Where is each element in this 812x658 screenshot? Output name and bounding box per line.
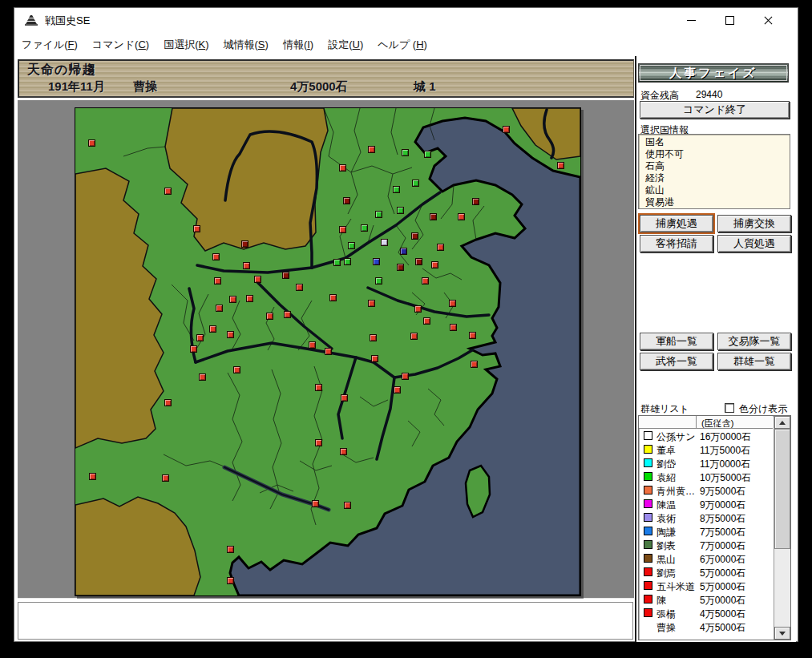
city-marker[interactable] [397,207,404,214]
city-marker[interactable] [340,448,347,455]
warlord-row[interactable]: 劉岱11万0000石 [639,457,773,470]
city-marker[interactable] [89,473,96,480]
city-marker[interactable] [343,197,350,204]
city-marker[interactable] [315,384,322,391]
city-marker[interactable] [469,332,476,339]
city-marker[interactable] [229,296,236,303]
city-marker[interactable] [375,211,382,218]
warlord-row[interactable]: 陳温9万0000石 [639,498,773,511]
city-marker[interactable] [371,355,378,362]
warlord-scrollbar[interactable] [774,416,790,640]
end-command-button[interactable]: コマンド終了 [640,101,790,119]
city-marker[interactable] [209,325,216,333]
city-marker[interactable] [266,313,273,320]
warlord-row[interactable]: 青州黄…9万5000石 [639,484,773,498]
city-marker[interactable] [282,272,289,279]
warlord-row[interactable]: 五斗米道5万0000石 [639,579,773,593]
city-marker[interactable] [412,180,419,187]
city-marker[interactable] [199,373,206,381]
city-marker[interactable] [227,577,234,584]
city-marker[interactable] [375,277,382,285]
city-marker[interactable] [246,295,253,302]
city-marker[interactable] [381,239,388,246]
city-marker[interactable] [344,258,351,265]
scroll-down-button[interactable] [774,627,790,640]
city-marker[interactable] [449,300,456,307]
city-marker[interactable] [402,149,409,156]
city-marker[interactable] [309,341,316,349]
warlord-row[interactable]: 袁紹10万5000石 [639,470,773,484]
city-marker[interactable] [164,399,172,406]
warlord-row[interactable]: 董卓11万5000石 [639,443,773,457]
city-marker[interactable] [424,151,431,158]
city-marker[interactable] [241,240,248,248]
city-marker[interactable] [557,162,564,169]
city-marker[interactable] [458,213,465,220]
action-button[interactable]: 群雄一覧 [717,353,791,370]
scrollbar-thumb[interactable] [774,429,790,549]
city-marker[interactable] [394,386,401,394]
city-marker[interactable] [227,331,234,338]
city-marker[interactable] [233,366,240,373]
warlord-row[interactable]: 黒山6万0000石 [639,552,773,566]
city-marker[interactable] [212,253,220,260]
city-marker[interactable] [400,248,407,255]
warlord-row[interactable]: 張楊4万5000石 [639,607,773,620]
city-marker[interactable] [422,277,429,285]
action-button[interactable]: 捕虜交換 [717,215,791,232]
city-marker[interactable] [397,264,404,271]
menu-item-u[interactable]: 設定(U) [321,32,370,50]
city-marker[interactable] [437,244,444,251]
action-button[interactable]: 客将招請 [640,235,713,252]
city-marker[interactable] [344,502,351,509]
warlord-row[interactable]: 劉焉5万0000石 [639,566,773,579]
menu-item-f[interactable]: ファイル(F) [14,32,85,50]
menu-item-c[interactable]: コマンド(C) [85,32,156,50]
city-marker[interactable] [164,188,172,195]
warlord-row[interactable]: 公孫サン16万0000石 [639,430,773,443]
city-marker[interactable] [88,139,95,147]
warlord-row[interactable]: 袁術8万5000石 [639,511,773,525]
city-marker[interactable] [348,242,355,249]
menu-item-s[interactable]: 城情報(S) [216,32,276,50]
warlord-row[interactable]: 陳5万0000石 [639,593,773,607]
city-marker[interactable] [471,361,478,368]
minimize-button[interactable] [673,8,709,32]
action-button[interactable]: 人質処遇 [717,235,791,252]
city-marker[interactable] [193,225,200,232]
action-button[interactable]: 交易隊一覧 [717,333,791,350]
action-button[interactable]: 軍船一覧 [640,333,713,350]
menu-item-h[interactable]: ヘルプ (H) [370,32,434,50]
city-marker[interactable] [415,258,422,265]
city-marker[interactable] [162,474,169,482]
city-marker[interactable] [296,284,303,291]
scroll-up-button[interactable] [774,416,790,429]
city-marker[interactable] [368,300,375,307]
city-marker[interactable] [214,277,221,285]
close-button[interactable] [750,8,786,32]
city-marker[interactable] [216,305,223,312]
city-marker[interactable] [431,261,438,268]
city-marker[interactable] [315,439,322,446]
warlord-row[interactable]: 曹操4万5000石 [639,620,773,634]
city-marker[interactable] [333,259,341,266]
warlord-row[interactable]: 劉表7万0000石 [639,539,773,552]
city-marker[interactable] [339,226,346,233]
city-marker[interactable] [472,198,479,205]
city-marker[interactable] [368,146,375,153]
city-marker[interactable] [393,186,400,193]
city-marker[interactable] [370,334,377,341]
color-display-checkbox[interactable] [725,403,734,413]
city-marker[interactable] [312,500,319,507]
city-marker[interactable] [227,546,234,553]
city-marker[interactable] [411,232,418,240]
action-button[interactable]: 捕虜処遇 [640,215,713,232]
city-marker[interactable] [196,334,204,341]
maximize-button[interactable] [712,8,748,32]
city-marker[interactable] [361,224,368,232]
action-button[interactable]: 武将一覧 [640,353,713,370]
city-marker[interactable] [410,333,418,340]
city-marker[interactable] [243,262,250,269]
city-marker[interactable] [284,311,291,318]
city-marker[interactable] [503,126,510,133]
